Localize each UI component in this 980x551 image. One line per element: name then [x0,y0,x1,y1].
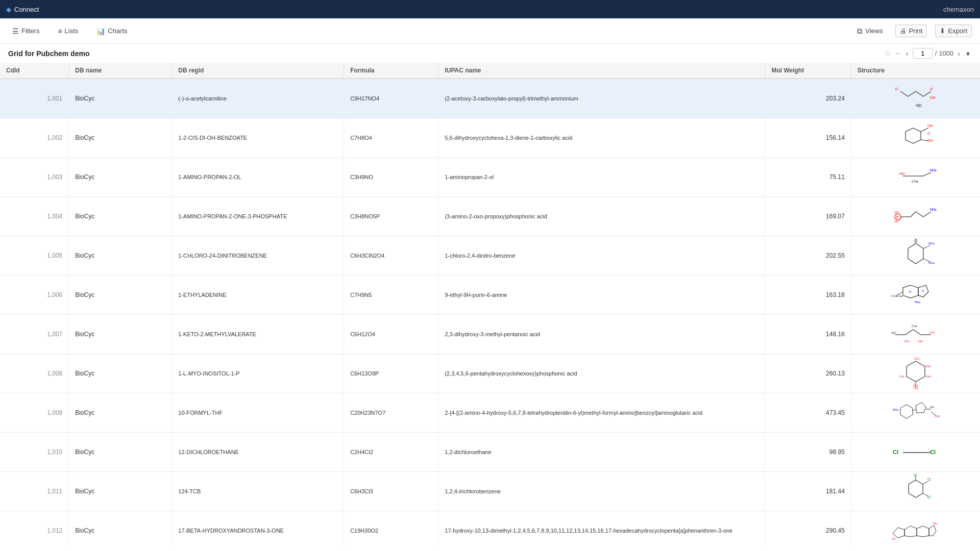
svg-line-2 [908,91,916,96]
page-number-input[interactable] [913,48,933,59]
svg-marker-81 [893,528,904,538]
svg-line-0 [916,91,923,96]
cell-iupac: (2,3,4,5,6-pentahydroxycyclohexoxy)phosp… [438,354,765,393]
page-dropdown-button[interactable]: ▾ [964,48,972,59]
svg-text:CH₃: CH₃ [912,180,918,183]
views-icon: ⧉ [857,27,863,36]
table-row[interactable]: 1,012 BioCyc 17-BETA-HYDROXYANDROSTAN-3-… [0,511,980,547]
next-page-button[interactable]: › [955,48,962,59]
svg-text:OH: OH [930,96,936,99]
svg-text:NH₂: NH₂ [915,300,921,304]
svg-text:OH: OH [935,415,940,418]
table-row[interactable]: 1,006 BioCyc 1-ETHYLADENINE C7H9N5 9-eth… [0,276,980,315]
cell-dbregid: 10-FORMYL-THF [172,393,344,433]
table-row[interactable]: 1,004 BioCyc 1-AMINO-PROPAN-2-ONE-3-PHOS… [0,197,980,236]
svg-line-27 [916,212,923,217]
svg-marker-84 [929,525,936,536]
cell-cdid: 1,012 [0,511,69,547]
page-controls: ☆ − ‹ / 1000 › ▾ [884,48,972,59]
table-row[interactable]: 1,007 BioCyc 1-KETO-2-METHYLVALERATE C6H… [0,315,980,354]
export-icon: ⬇ [940,27,945,35]
cell-iupac: 1-chloro-2,4-dinitro-benzene [438,236,765,276]
chart-bar-icon: 📊 [96,27,105,35]
app-name: Connect [14,6,39,13]
cell-dbname: BioCyc [69,511,172,547]
print-button[interactable]: 🖨 Print [895,24,927,37]
svg-line-46 [913,330,921,335]
svg-text:HO: HO [894,220,899,223]
table-row[interactable]: 1,002 BioCyc 1-2-CIS-DI-OH-BENZOATE C7H8… [0,118,980,158]
cell-formula: C9H17NO4 [344,79,438,118]
svg-text:NO₂: NO₂ [928,261,935,264]
table-row[interactable]: 1,009 BioCyc 10-FORMYL-THF C20H23N7O7 2-… [0,393,980,433]
cell-structure: OH OH OH OH OH OP [851,354,980,393]
favorite-button[interactable]: ☆ [884,48,891,58]
views-button[interactable]: ⧉ Views [853,24,887,38]
col-iupac: IUPAC name [438,63,765,79]
svg-text:Cl: Cl [914,239,918,242]
table-row[interactable]: 1,005 BioCyc 1-CHLORO-24-DINITROBENZENE … [0,236,980,276]
svg-text:OH: OH [926,365,930,368]
cell-cdid: 1,006 [0,276,69,315]
svg-text:OH: OH [926,375,930,378]
svg-line-28 [923,212,931,217]
list-icon: ≡ [58,27,62,35]
cell-dbname: BioCyc [69,118,172,158]
connect-icon [6,6,11,13]
table-row[interactable]: 1,011 BioCyc 124-TCB C6H3Cl3 1,2,4-trich… [0,472,980,511]
svg-text:NH₂: NH₂ [893,408,899,411]
cell-dbname: BioCyc [69,236,172,276]
col-cdid: CdId [0,63,69,79]
export-button[interactable]: ⬇ Export [935,24,972,37]
cell-dbregid: 1-AMINO-PROPAN-2-OL [172,158,344,197]
charts-label: Charts [108,27,127,35]
svg-text:=O: =O [891,537,896,540]
table-row[interactable]: 1,001 BioCyc (-)-o-acetylcarnitine C9H17… [0,79,980,118]
table-row[interactable]: 1,008 BioCyc 1-L-MYO-INOSITOL-1-P C6H13O… [0,354,980,393]
svg-marker-53 [906,361,925,382]
prev-page-button[interactable]: ‹ [904,48,911,59]
svg-text:NH₂: NH₂ [930,168,937,172]
cell-formula: C3H8NO5P [344,197,438,236]
cell-dbregid: 124-TCB [172,472,344,511]
svg-text:NO₂: NO₂ [928,242,935,245]
table-row[interactable]: 1,010 BioCyc 12-DICHLOROETHANE C2H4Cl2 1… [0,433,980,472]
cell-dbname: BioCyc [69,79,172,118]
cell-formula: C2H4Cl2 [344,433,438,472]
cell-molweight: 75.11 [765,158,851,197]
svg-text:HO: HO [899,172,905,176]
cell-cdid: 1,011 [0,472,69,511]
page-nav: ‹ / 1000 › ▾ [904,48,972,59]
total-pages: 1000 [939,49,953,57]
filters-button[interactable]: ☰ Filters [8,25,43,37]
svg-marker-62 [916,403,926,413]
cell-dbname: BioCyc [69,393,172,433]
collapse-button[interactable]: − [895,49,900,58]
cell-dbname: BioCyc [69,158,172,197]
svg-marker-74 [909,480,923,497]
svg-line-22 [911,212,916,217]
cell-structure: HO CH₃ NH₂ [851,158,980,197]
page-title: Grid for Pubchem demo [8,49,89,58]
lists-button[interactable]: ≡ Lists [54,25,82,37]
cell-dbname: BioCyc [69,472,172,511]
cell-molweight: 98.95 [765,433,851,472]
cell-iupac: 9-ethyl-9H-purin-6-amine [438,276,765,315]
cell-formula: C6H3ClN2O4 [344,236,438,276]
cell-cdid: 1,008 [0,354,69,393]
svg-line-45 [905,330,913,335]
table-row[interactable]: 1,003 BioCyc 1-AMINO-PROPAN-2-OL C3H9NO … [0,158,980,197]
charts-button[interactable]: 📊 Charts [92,25,131,37]
cell-structure: O OH O N+ [851,79,980,118]
cell-dbregid: 1-AMINO-PROPAN-2-ONE-3-PHOSPHATE [172,197,344,236]
svg-text:OH: OH [899,375,904,378]
svg-text:P: P [896,215,899,219]
cell-dbregid: 1-CHLORO-24-DINITROBENZENE [172,236,344,276]
cell-dbregid: 17-BETA-HYDROXYANDROSTAN-3-ONE [172,511,344,547]
filters-label: Filters [21,27,39,35]
cell-dbregid: 12-DICHLOROETHANE [172,433,344,472]
col-dbregid: DB regid [172,63,344,79]
svg-text:OH: OH [918,340,923,343]
cell-molweight: 203.24 [765,79,851,118]
cell-molweight: 181.44 [765,472,851,511]
